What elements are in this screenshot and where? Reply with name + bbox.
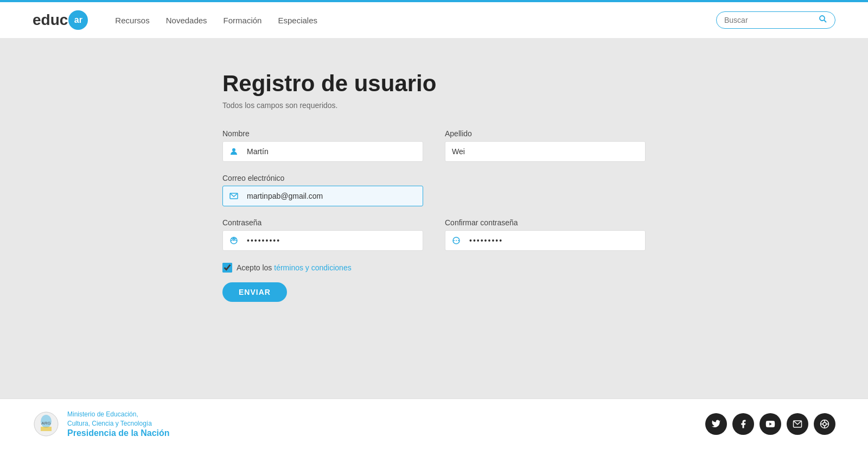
footer-text: Ministerio de Educación, Cultura, Cienci…	[67, 410, 170, 438]
svg-point-10	[456, 240, 457, 241]
svg-point-0	[820, 16, 825, 21]
nombre-field[interactable]	[245, 142, 423, 161]
submit-button[interactable]: ENVIAR	[222, 282, 287, 302]
svg-point-6	[233, 240, 234, 241]
form-group-email-spacer	[445, 174, 646, 206]
form-row-email: Correo electrónico	[222, 174, 646, 206]
logo-ar-text: ar	[68, 10, 88, 30]
nombre-label: Nombre	[222, 129, 423, 138]
header-left: educar Recursos Novedades Formación Espe…	[33, 10, 317, 30]
svg-point-2	[232, 148, 235, 151]
nav-novedades[interactable]: Novedades	[166, 16, 207, 25]
password-input-wrapper	[222, 230, 423, 251]
page-title: Registro de usuario	[222, 71, 646, 97]
logo[interactable]: educar	[33, 10, 88, 30]
footer-presidencia: Presidencia de la Nación	[67, 428, 170, 438]
password-label: Contraseña	[222, 218, 423, 227]
apellido-label: Apellido	[445, 129, 646, 138]
form-group-nombre: Nombre	[222, 129, 423, 162]
search-box	[716, 11, 835, 29]
footer: ARG Ministerio de Educación, Cultura, Ci…	[0, 399, 868, 449]
terms-row: Acepto los términos y condiciones	[222, 263, 646, 273]
form-row-name: Nombre Apellido	[222, 129, 646, 162]
confirm-password-field[interactable]	[467, 231, 645, 250]
header: educar Recursos Novedades Formación Espe…	[0, 0, 868, 38]
facebook-icon[interactable]	[732, 413, 754, 435]
apellido-field[interactable]	[445, 142, 645, 161]
terms-link[interactable]: términos y condiciones	[274, 263, 351, 272]
email-input-wrapper	[222, 186, 423, 206]
confirm-password-input-wrapper	[445, 230, 646, 251]
confirm-password-icon	[445, 236, 467, 245]
form-group-confirm-password: Confirmar contraseña	[445, 218, 646, 251]
user-icon	[223, 147, 245, 156]
email-icon	[223, 193, 245, 199]
email-label: Correo electrónico	[222, 174, 423, 182]
password-icon	[223, 236, 245, 245]
svg-point-7	[235, 240, 237, 241]
twitter-icon[interactable]	[705, 413, 727, 435]
network-icon[interactable]	[814, 413, 835, 435]
search-icon	[819, 15, 827, 26]
terms-text: Acepto los términos y condiciones	[237, 263, 352, 272]
search-input[interactable]	[724, 16, 815, 24]
svg-line-1	[824, 20, 826, 22]
svg-rect-14	[41, 427, 52, 431]
main-nav: Recursos Novedades Formación Especiales	[115, 16, 317, 25]
confirm-password-label: Confirmar contraseña	[445, 218, 646, 227]
nav-recursos[interactable]: Recursos	[115, 16, 149, 25]
svg-point-11	[458, 240, 459, 241]
email-field[interactable]	[245, 186, 423, 206]
footer-ministry-lines: Ministerio de Educación, Cultura, Cienci…	[67, 410, 170, 428]
form-group-password: Contraseña	[222, 218, 423, 251]
footer-left: ARG Ministerio de Educación, Cultura, Ci…	[33, 410, 170, 438]
nav-formacion[interactable]: Formación	[224, 16, 262, 25]
svg-point-18	[823, 422, 826, 426]
nav-especiales[interactable]: Especiales	[278, 16, 317, 25]
social-links	[705, 413, 835, 435]
apellido-input-wrapper	[445, 141, 646, 162]
page-subtitle: Todos los campos son requeridos.	[222, 101, 646, 110]
form-group-apellido: Apellido	[445, 129, 646, 162]
form-group-email: Correo electrónico	[222, 174, 423, 206]
password-field[interactable]	[245, 231, 423, 250]
nombre-input-wrapper	[222, 141, 423, 162]
youtube-icon[interactable]	[760, 413, 781, 435]
main-content: Registro de usuario Todos los campos son…	[0, 38, 868, 399]
logo-educ-text: educ	[33, 11, 68, 29]
registration-form: Nombre Apellido	[222, 129, 646, 302]
svg-text:ARG: ARG	[41, 421, 50, 426]
svg-point-5	[231, 240, 232, 241]
form-row-password: Contraseña	[222, 218, 646, 251]
mail-icon[interactable]	[787, 413, 808, 435]
form-container: Registro de usuario Todos los campos son…	[190, 71, 678, 302]
terms-checkbox[interactable]	[222, 263, 232, 273]
coat-of-arms-icon: ARG	[33, 410, 60, 438]
svg-point-9	[454, 240, 455, 241]
